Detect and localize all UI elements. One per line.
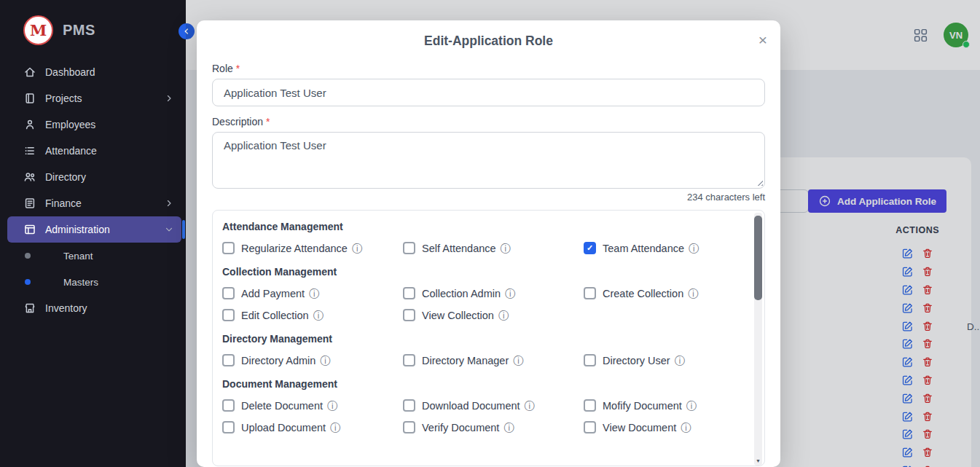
checkbox[interactable] <box>222 421 235 433</box>
sidebar-item-employees[interactable]: Employees <box>0 111 186 138</box>
permission-edit-collection[interactable]: Edit Collectionⓘ <box>222 309 403 321</box>
role-input[interactable] <box>212 79 765 106</box>
info-icon: ⓘ <box>505 289 515 299</box>
checkbox[interactable] <box>403 421 415 433</box>
bullet-icon <box>25 279 31 285</box>
permission-grid: Add PaymentⓘCollection AdminⓘCreate Coll… <box>222 287 742 321</box>
permission-create-collection[interactable]: Create Collectionⓘ <box>584 287 742 299</box>
info-icon: ⓘ <box>320 356 330 366</box>
checkbox[interactable] <box>222 309 235 321</box>
permission-directory-manager[interactable]: Directory Managerⓘ <box>403 354 584 366</box>
info-icon: ⓘ <box>688 289 698 299</box>
sidebar: M PMS DashboardProjectsEmployeesAttendan… <box>0 0 186 467</box>
bullet-icon <box>25 253 31 259</box>
close-icon[interactable]: × <box>756 29 770 50</box>
permission-label: Delete Document <box>241 400 323 412</box>
directory-icon <box>23 170 36 184</box>
permission-view-collection[interactable]: View Collectionⓘ <box>403 309 584 321</box>
permission-verify-document[interactable]: Verify Documentⓘ <box>403 421 584 433</box>
app-logo-letter: M <box>30 21 47 39</box>
checkbox[interactable] <box>584 287 596 299</box>
checkbox[interactable]: ✓ <box>584 242 596 254</box>
permission-label: View Document <box>603 422 676 433</box>
scrollbar[interactable]: ▼ <box>754 213 762 466</box>
required-marker: * <box>236 63 240 74</box>
sidebar-item-label: Administration <box>45 224 110 235</box>
permission-self-attendance[interactable]: Self Attendanceⓘ <box>403 242 584 254</box>
permission-grid: Directory AdminⓘDirectory ManagerⓘDirect… <box>222 354 742 366</box>
permissions-panel: Attendance ManagementRegularize Attendan… <box>212 210 765 466</box>
permission-delete-document[interactable]: Delete Documentⓘ <box>222 399 403 412</box>
checkbox[interactable] <box>403 242 415 254</box>
required-marker: * <box>266 116 270 127</box>
scrollbar-thumb[interactable] <box>754 216 762 300</box>
permission-add-payment[interactable]: Add Paymentⓘ <box>222 287 403 299</box>
sidebar-subitem-masters[interactable]: Masters <box>0 269 186 295</box>
permission-label: Add Payment <box>241 288 305 299</box>
permission-directory-admin[interactable]: Directory Adminⓘ <box>222 354 403 366</box>
sidebar-item-administration[interactable]: Administration <box>7 216 181 243</box>
permission-section-title: Collection Management <box>222 266 742 278</box>
permission-label: Upload Document <box>241 422 326 433</box>
attendance-icon <box>23 144 36 157</box>
checkbox[interactable] <box>403 287 415 299</box>
sidebar-item-attendance[interactable]: Attendance <box>0 138 186 164</box>
permission-sections: Attendance ManagementRegularize Attendan… <box>222 221 742 433</box>
description-textarea[interactable]: Application Test User <box>212 132 765 189</box>
permission-label: Self Attendance <box>422 243 496 254</box>
sidebar-item-inventory[interactable]: Inventory <box>0 295 186 321</box>
permission-view-document[interactable]: View Documentⓘ <box>584 421 742 433</box>
sidebar-item-directory[interactable]: Directory <box>0 164 186 190</box>
checkbox[interactable] <box>222 242 235 254</box>
finance-icon <box>23 197 36 210</box>
permission-mofify-document[interactable]: Mofify Documentⓘ <box>584 399 742 412</box>
permission-label: Create Collection <box>603 288 683 299</box>
checkbox[interactable] <box>222 287 235 299</box>
checkbox[interactable] <box>403 309 415 321</box>
sidebar-item-projects[interactable]: Projects <box>0 85 186 111</box>
sidebar-item-finance[interactable]: Finance <box>0 190 186 216</box>
dashboard-icon <box>23 66 36 79</box>
permission-download-document[interactable]: Download Documentⓘ <box>403 399 584 412</box>
checkbox[interactable] <box>584 399 596 412</box>
sidebar-item-label: Directory <box>45 171 86 183</box>
permission-team-attendance[interactable]: ✓Team Attendanceⓘ <box>584 242 742 254</box>
sidebar-item-label: Employees <box>45 119 95 130</box>
sidebar-subitem-label: Masters <box>63 277 98 288</box>
scrollbar-down-arrow[interactable]: ▼ <box>754 458 762 463</box>
permission-section-title: Attendance Management <box>222 221 742 232</box>
checkbox[interactable] <box>403 354 415 366</box>
checkbox[interactable] <box>584 354 596 366</box>
sidebar-item-label: Projects <box>45 93 82 104</box>
sidebar-subitem-tenant[interactable]: Tenant <box>0 243 186 269</box>
info-icon: ⓘ <box>501 243 511 254</box>
permission-label: Regularize Attendance <box>241 243 348 254</box>
permission-collection-admin[interactable]: Collection Adminⓘ <box>403 287 584 299</box>
checkbox[interactable] <box>222 354 235 366</box>
modal-title: Edit-Application Role <box>197 32 780 50</box>
permission-label: Directory Admin <box>241 355 315 366</box>
permission-upload-document[interactable]: Upload Documentⓘ <box>222 421 403 433</box>
permission-grid: Delete DocumentⓘDownload DocumentⓘMofify… <box>222 399 742 433</box>
permission-regularize-attendance[interactable]: Regularize Attendanceⓘ <box>222 242 403 254</box>
permission-label: Team Attendance <box>603 243 684 254</box>
chevron-down-icon <box>164 224 174 235</box>
app-logo-row: M PMS <box>0 0 186 59</box>
permission-directory-user[interactable]: Directory Userⓘ <box>584 354 742 366</box>
checkbox[interactable] <box>403 399 415 412</box>
sidebar-item-label: Attendance <box>45 145 97 157</box>
info-icon: ⓘ <box>313 310 324 321</box>
administration-icon <box>23 223 36 236</box>
checkbox[interactable] <box>222 399 235 412</box>
sidebar-subitem-label: Tenant <box>63 251 93 262</box>
description-label: Description * <box>212 116 765 127</box>
sidebar-item-dashboard[interactable]: Dashboard <box>0 59 186 85</box>
permission-grid: Regularize AttendanceⓘSelf Attendanceⓘ✓T… <box>222 242 742 254</box>
permission-label: Download Document <box>422 400 520 412</box>
checkbox[interactable] <box>584 421 596 433</box>
info-icon: ⓘ <box>330 423 340 433</box>
app-logo: M <box>23 15 53 45</box>
permission-label: View Collection <box>422 310 494 321</box>
modal-form: Role * Description * Application Test Us… <box>197 63 780 466</box>
inventory-icon <box>23 302 36 315</box>
